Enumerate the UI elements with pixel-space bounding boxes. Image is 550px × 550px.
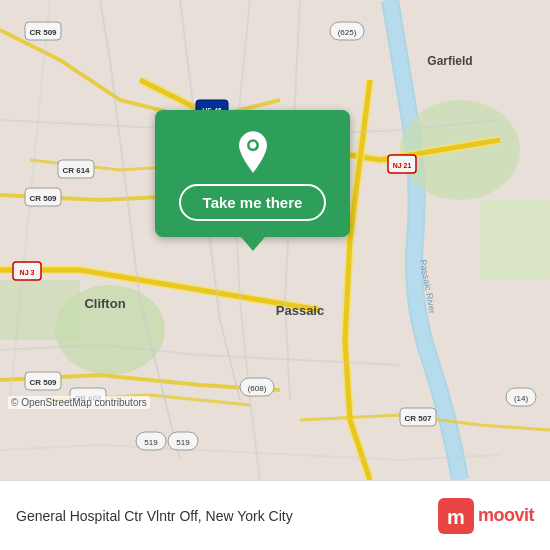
svg-text:CR 509: CR 509 [29,28,57,37]
location-text: General Hospital Ctr Vlntr Off, New York… [16,508,293,524]
map-attribution: © OpenStreetMap contributors [8,396,150,409]
popup-container: Take me there [155,110,350,251]
svg-text:CR 614: CR 614 [62,166,90,175]
svg-point-38 [249,142,256,149]
moovit-logo: m moovit [438,498,534,534]
svg-text:(14): (14) [514,394,529,403]
popup-box: Take me there [155,110,350,237]
map-container: CR 509 CR 509 CR 509 US 46 NJ 3 NJ 21 CR… [0,0,550,480]
moovit-brand-name: moovit [478,505,534,526]
info-bar: General Hospital Ctr Vlntr Off, New York… [0,480,550,550]
svg-text:m: m [447,506,465,528]
svg-text:519: 519 [176,438,190,447]
svg-text:(625): (625) [338,28,357,37]
moovit-icon-svg: m [438,498,474,534]
svg-text:CR 509: CR 509 [29,194,57,203]
svg-text:NJ 3: NJ 3 [20,269,35,276]
svg-text:NJ 21: NJ 21 [393,162,412,169]
svg-rect-4 [480,200,550,280]
svg-text:(608): (608) [248,384,267,393]
location-pin-icon [231,130,275,174]
take-me-there-button[interactable]: Take me there [179,184,327,221]
svg-text:Garfield: Garfield [427,54,472,68]
svg-text:CR 509: CR 509 [29,378,57,387]
svg-text:519: 519 [144,438,158,447]
svg-text:Clifton: Clifton [84,296,125,311]
popup-tail [241,237,265,251]
svg-text:CR 507: CR 507 [404,414,432,423]
svg-rect-2 [0,280,80,340]
svg-text:Passaic: Passaic [276,303,324,318]
